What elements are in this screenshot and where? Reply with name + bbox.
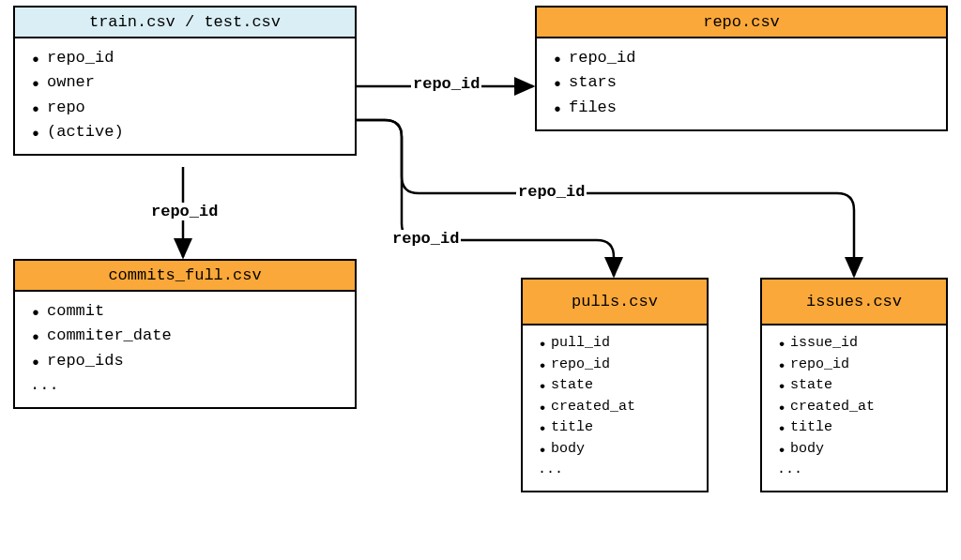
entity-train-title: train.csv / test.csv [15, 8, 355, 38]
entity-issues-body: issue_id repo_id state created_at title … [762, 325, 946, 491]
field: body [538, 439, 695, 461]
field: title [538, 417, 695, 439]
field: files [552, 96, 935, 120]
ellipsis: ... [30, 373, 343, 398]
edge-label-to-commits: repo_id [149, 203, 220, 220]
entity-issues-title: issues.csv [762, 280, 946, 325]
entity-issues: issues.csv issue_id repo_id state create… [760, 278, 948, 492]
field: owner [30, 70, 343, 95]
edge-label-to-pulls: repo_id [390, 230, 461, 248]
field: body [777, 439, 935, 461]
field: repo_id [538, 355, 695, 376]
field: state [777, 375, 935, 397]
entity-pulls: pulls.csv pull_id repo_id state created_… [521, 278, 709, 492]
field: pull_id [538, 333, 695, 355]
edge-label-to-issues: repo_id [516, 183, 587, 201]
field: title [777, 417, 935, 439]
entity-train-body: repo_id owner repo (active) [15, 38, 355, 154]
field: created_at [777, 397, 935, 418]
entity-commits-body: commit commiter_date repo_ids ... [15, 292, 355, 407]
field: repo_id [552, 46, 935, 70]
edge-label-to-repo: repo_id [411, 75, 481, 93]
entity-repo-title: repo.csv [537, 8, 946, 38]
entity-repo-body: repo_id stars files [537, 38, 946, 129]
entity-pulls-body: pull_id repo_id state created_at title b… [523, 325, 707, 491]
field: state [538, 375, 695, 397]
ellipsis: ... [777, 460, 935, 481]
field: commiter_date [30, 324, 343, 348]
field: commit [30, 299, 343, 324]
field: (active) [30, 120, 343, 144]
ellipsis: ... [538, 460, 695, 481]
field: repo_ids [30, 349, 343, 373]
field: repo_id [777, 355, 935, 376]
entity-commits: commits_full.csv commit commiter_date re… [13, 259, 357, 409]
entity-train: train.csv / test.csv repo_id owner repo … [13, 6, 357, 156]
field: stars [552, 70, 935, 95]
entity-repo: repo.csv repo_id stars files [535, 6, 948, 131]
field: repo_id [30, 46, 343, 70]
field: issue_id [777, 333, 935, 355]
field: created_at [538, 397, 695, 418]
entity-pulls-title: pulls.csv [523, 280, 707, 325]
entity-commits-title: commits_full.csv [15, 261, 355, 292]
field: repo [30, 96, 343, 120]
